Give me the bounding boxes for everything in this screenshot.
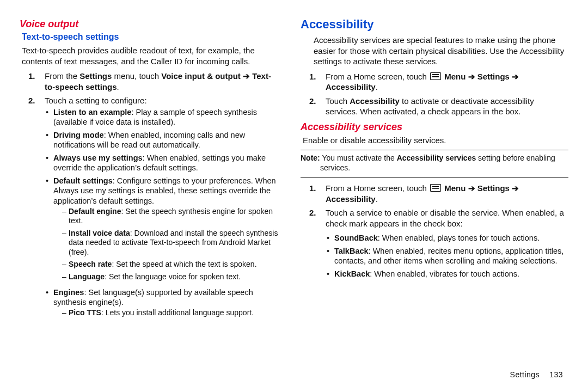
arrow-icon: ➔ <box>512 72 519 81</box>
list-item: •Listen to an example: Play a sample of … <box>45 107 281 127</box>
step-2: 2. Touch a setting to configure: •Listen… <box>22 95 281 324</box>
dash-icon: – <box>62 207 69 226</box>
list-item: –Install voice data: Download and instal… <box>62 229 281 258</box>
heading-accessibility-services: Accessibility services <box>301 121 568 133</box>
step-number: 2. <box>22 95 45 324</box>
step-number: 2. <box>303 207 326 283</box>
bullet-icon: • <box>45 107 53 127</box>
page-footer: Settings133 <box>510 370 563 379</box>
left-column: Voice output Text-to-speech settings Tex… <box>20 16 294 387</box>
arrow-icon: ➔ <box>468 72 475 81</box>
services-list: •SoundBack: When enabled, plays tones fo… <box>326 233 568 279</box>
step-content: From the Settings menu, touch Voice inpu… <box>45 71 281 92</box>
list-item: –Speech rate: Set the speed at which the… <box>62 260 281 270</box>
arrow-icon: ➔ <box>243 71 250 81</box>
tts-steps-list: 1. From the Settings menu, touch Voice i… <box>22 71 281 324</box>
default-settings-sublist: –Default engine: Set the speech synthesi… <box>62 207 281 282</box>
list-item: •TalkBack: When enabled, recites menu op… <box>326 246 568 266</box>
step-1: 1. From the Settings menu, touch Voice i… <box>22 71 281 92</box>
list-item: •Always use my settings: When enabled, s… <box>45 153 281 173</box>
list-item: •SoundBack: When enabled, plays tones fo… <box>326 233 568 243</box>
list-item: •Default settings: Configure settings to… <box>45 176 281 284</box>
heading-voice-output: Voice output <box>20 19 281 30</box>
step-number: 1. <box>303 183 326 204</box>
services-intro-paragraph: Enable or disable accessibility services… <box>303 135 568 146</box>
step-content: Touch a service to enable or disable the… <box>326 207 568 283</box>
list-item: •KickBack: When enabled, vibrates for to… <box>326 269 568 279</box>
bullet-icon: • <box>326 246 334 266</box>
step-number: 1. <box>303 71 326 93</box>
footer-page-number: 133 <box>549 370 563 379</box>
list-item: •Engines: Set language(s) supported by a… <box>45 287 281 321</box>
bullet-icon: • <box>326 269 334 279</box>
dash-icon: – <box>62 308 69 318</box>
services-steps-list: 1. From a Home screen, touch Menu ➔ Sett… <box>303 183 568 283</box>
step-content: Touch a setting to configure: •Listen to… <box>45 95 281 324</box>
bullet-icon: • <box>45 130 53 150</box>
step-number: 2. <box>303 96 326 117</box>
menu-icon <box>430 72 441 80</box>
accessibility-steps-list: 1. From a Home screen, touch Menu ➔ Sett… <box>303 71 568 117</box>
list-item: –Pico TTS: Lets you install additional l… <box>62 308 281 318</box>
list-item: •Driving mode: When enabled, incoming ca… <box>45 130 281 150</box>
dash-icon: – <box>62 260 69 270</box>
arrow-icon: ➔ <box>468 183 475 193</box>
step-1: 1. From a Home screen, touch Menu ➔ Sett… <box>303 71 568 93</box>
divider <box>301 150 568 150</box>
bullet-icon: • <box>326 233 334 243</box>
step-content: Touch Accessibility to activate or deact… <box>326 96 568 117</box>
accessibility-intro-paragraph: Accessibility services are special featu… <box>314 35 568 67</box>
note-box: Note: You must activate the Accessibilit… <box>301 152 568 174</box>
dash-icon: – <box>62 272 69 282</box>
dash-icon: – <box>62 229 69 258</box>
arrow-icon: ➔ <box>512 183 519 193</box>
step-1: 1. From a Home screen, touch Menu ➔ Sett… <box>303 183 568 204</box>
heading-tts-settings: Text-to-speech settings <box>22 32 281 42</box>
footer-section: Settings <box>510 370 540 379</box>
step-2: 2. Touch a service to enable or disable … <box>303 207 568 283</box>
step-number: 1. <box>22 71 45 92</box>
list-item: –Default engine: Set the speech synthesi… <box>62 207 281 226</box>
menu-icon <box>430 184 441 192</box>
step-2: 2. Touch Accessibility to activate or de… <box>303 96 568 117</box>
step-content: From a Home screen, touch Menu ➔ Setting… <box>326 183 568 204</box>
tts-options-list: •Listen to an example: Play a sample of … <box>45 107 281 321</box>
right-column: Accessibility Accessibility services are… <box>294 16 568 387</box>
step-content: From a Home screen, touch Menu ➔ Setting… <box>326 71 568 93</box>
engines-sublist: –Pico TTS: Lets you install additional l… <box>62 308 281 318</box>
list-item: –Language: Set the language voice for sp… <box>62 272 281 282</box>
divider <box>301 177 568 177</box>
bullet-icon: • <box>45 153 53 173</box>
tts-intro-paragraph: Text-to-speech provides audible readout … <box>22 45 281 66</box>
bullet-icon: • <box>45 287 53 321</box>
bullet-icon: • <box>45 176 53 284</box>
heading-accessibility: Accessibility <box>301 17 568 32</box>
